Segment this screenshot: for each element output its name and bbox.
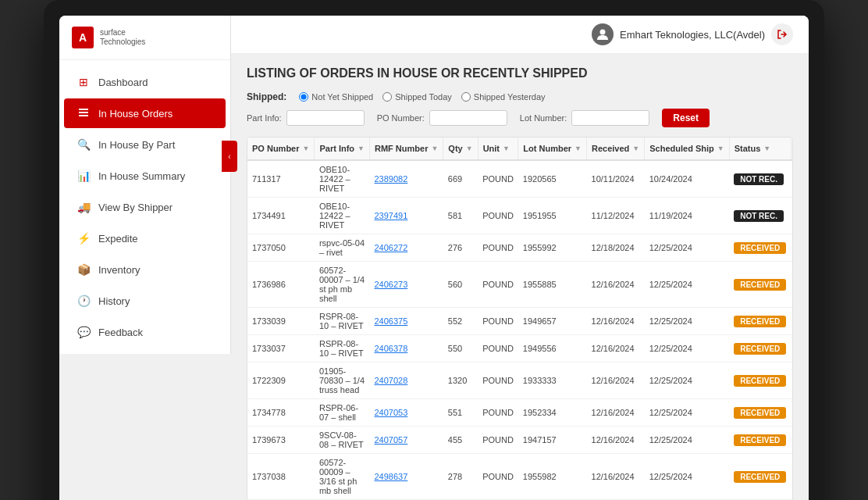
cell-status: RECEIVED xyxy=(729,362,791,399)
cell-sched-ship: 12/25/2024 xyxy=(645,399,729,427)
sidebar-item-label: History xyxy=(98,295,130,307)
sidebar-item-label: In House By Part xyxy=(98,139,175,151)
col-status: Status▼ xyxy=(729,138,791,160)
cell-sched-ship: 11/19/2024 xyxy=(645,198,729,234)
col-sched-ship: Scheduled Ship▼ xyxy=(645,138,729,160)
cell-sched-ship: 12/25/2024 xyxy=(645,234,729,262)
logo-text: surface Technologies xyxy=(100,28,145,47)
sidebar-item-view-by-shipper[interactable]: 🚚 View By Shipper xyxy=(64,192,226,222)
cell-unit: POUND xyxy=(478,262,518,308)
sidebar-item-feedback[interactable]: 💬 Feedback xyxy=(64,317,226,347)
cell-sched-ship: 10/24/2024 xyxy=(645,160,729,198)
sidebar-item-label: In House Orders xyxy=(98,108,173,120)
not-yet-shipped-radio[interactable] xyxy=(299,92,308,102)
shipped-yesterday-option[interactable]: Shipped Yesterday xyxy=(461,92,546,102)
cell-received: 12/16/2024 xyxy=(587,427,645,454)
cell-unit: POUND xyxy=(478,427,518,454)
cell-received: 12/16/2024 xyxy=(587,262,645,308)
cell-part: 60572-00007 – 1/4 st ph mb shell xyxy=(315,262,370,308)
not-yet-shipped-option[interactable]: Not Yet Shipped xyxy=(299,92,373,102)
cell-initiate xyxy=(791,262,793,308)
sidebar-item-dashboard[interactable]: ⊞ Dashboard xyxy=(64,67,226,97)
po-number-input[interactable] xyxy=(429,110,507,126)
cell-lot: 1955885 xyxy=(518,262,587,308)
col-unit: Unit▼ xyxy=(478,138,518,160)
table-row: 1739673 9SCV-08-08 – RIVET 2407057 455 P… xyxy=(247,427,793,454)
cell-lot: 1947157 xyxy=(518,427,587,454)
cell-unit: POUND xyxy=(478,399,518,427)
cell-status: RECEIVED xyxy=(729,262,791,308)
reset-button[interactable]: Reset xyxy=(662,109,710,127)
svg-point-3 xyxy=(600,30,606,35)
table-row: 711317 OBE10-12422 – RIVET 2389082 669 P… xyxy=(247,160,793,198)
cell-qty: 581 xyxy=(443,198,478,234)
sidebar-item-in-house-summary[interactable]: 📊 In House Summary xyxy=(64,161,226,191)
cell-rmf[interactable]: 2498637 xyxy=(369,454,443,500)
sidebar-item-in-house-by-part[interactable]: 🔍 In House By Part xyxy=(64,130,226,159)
shipped-today-radio[interactable] xyxy=(382,92,392,102)
cell-sched-ship: 12/25/2024 xyxy=(645,427,729,454)
cell-rmf[interactable]: 2407053 xyxy=(369,399,443,427)
cell-status: NOT REC. xyxy=(729,198,791,234)
expedite-icon: ⚡ xyxy=(76,231,91,245)
page-body: LISTING OF ORDERS IN HOUSE OR RECENTLY S… xyxy=(231,54,809,500)
cell-part: 60572-00009 – 3/16 st ph mb shell xyxy=(315,454,370,500)
cell-po: 1737050 xyxy=(247,234,315,262)
svg-rect-1 xyxy=(79,112,88,113)
history-icon: 🕐 xyxy=(76,294,91,308)
page-title: LISTING OF ORDERS IN HOUSE OR RECENTLY S… xyxy=(247,66,793,80)
logout-button[interactable] xyxy=(771,23,793,45)
cell-rmf[interactable]: 2406272 xyxy=(369,234,443,262)
avatar xyxy=(592,23,614,45)
sidebar-item-history[interactable]: 🕐 History xyxy=(64,286,226,316)
cell-received: 12/16/2024 xyxy=(587,335,645,362)
cell-part: 01905-70830 – 1/4 truss head xyxy=(315,362,370,399)
part-info-label: Part Info: xyxy=(247,113,282,123)
cell-initiate xyxy=(791,427,793,454)
cell-qty: 669 xyxy=(443,160,478,198)
table-row: 1733037 RSPR-08-10 – RIVET 2406378 550 P… xyxy=(247,335,793,362)
cell-rmf[interactable]: 2406375 xyxy=(369,308,443,335)
cell-status: RECEIVED xyxy=(729,308,791,335)
lot-number-label: Lot Number: xyxy=(520,113,567,123)
cell-rmf[interactable]: 2407028 xyxy=(369,362,443,399)
shipped-yesterday-radio[interactable] xyxy=(461,92,471,102)
in-house-orders-icon xyxy=(76,106,91,120)
cell-status: RECEIVED xyxy=(729,234,791,262)
cell-rmf[interactable]: 2397491 xyxy=(369,198,443,234)
po-number-field: PO Number: xyxy=(377,110,507,126)
cell-status: RECEIVED xyxy=(729,335,791,362)
po-number-label: PO Number: xyxy=(377,113,425,123)
view-by-shipper-icon: 🚚 xyxy=(76,200,91,214)
user-name: Emhart Teknologies, LLC(Avdel) xyxy=(620,29,765,41)
cell-initiate xyxy=(791,362,793,399)
col-lot-number: Lot Number▼ xyxy=(518,138,587,160)
part-info-field: Part Info: xyxy=(247,110,365,126)
lot-number-field: Lot Number: xyxy=(520,110,650,126)
cell-rmf[interactable]: 2389082 xyxy=(369,160,443,198)
in-house-summary-icon: 📊 xyxy=(76,169,91,183)
shipped-today-option[interactable]: Shipped Today xyxy=(382,92,452,102)
sidebar-item-inventory[interactable]: 📦 Inventory xyxy=(64,255,226,284)
col-received: Received▼ xyxy=(587,138,645,160)
table-row: 1722309 01905-70830 – 1/4 truss head 240… xyxy=(247,362,793,399)
part-info-input[interactable] xyxy=(286,110,365,126)
sidebar-item-in-house-orders[interactable]: In House Orders xyxy=(64,98,226,128)
cell-qty: 455 xyxy=(443,427,478,454)
cell-unit: POUND xyxy=(478,160,518,198)
cell-received: 12/16/2024 xyxy=(587,308,645,335)
collapse-sidebar-button[interactable]: ‹ xyxy=(222,141,237,172)
dashboard-icon: ⊞ xyxy=(76,75,91,89)
cell-rmf[interactable]: 2406378 xyxy=(369,335,443,362)
cell-rmf[interactable]: 2407057 xyxy=(369,427,443,454)
cell-sched-ship: 12/25/2024 xyxy=(645,335,729,362)
lot-number-input[interactable] xyxy=(571,110,649,126)
shipped-filter-label: Shipped: xyxy=(247,91,286,102)
sidebar-item-label: Expedite xyxy=(98,233,138,245)
table-row: 1737038 60572-00009 – 3/16 st ph mb shel… xyxy=(247,454,793,500)
sidebar-item-expedite[interactable]: ⚡ Expedite xyxy=(64,223,226,253)
cell-received: 12/18/2024 xyxy=(587,234,645,262)
shipped-radio-group: Not Yet Shipped Shipped Today Shipped Ye… xyxy=(299,92,545,102)
cell-rmf[interactable]: 2406273 xyxy=(369,262,443,308)
cell-initiate xyxy=(791,160,793,198)
